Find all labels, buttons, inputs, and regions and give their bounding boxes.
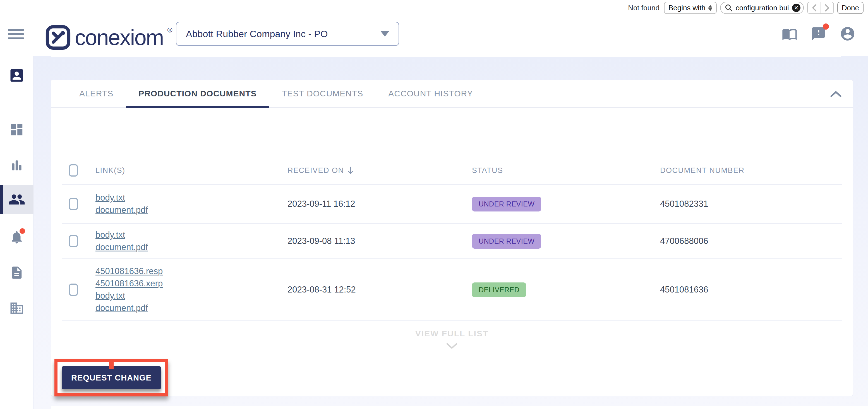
file-link[interactable]: body.txt <box>95 229 125 241</box>
account-box-icon <box>8 67 25 84</box>
tab-alerts[interactable]: ALERTS <box>67 80 126 107</box>
column-header-received-on[interactable]: RECEIVED ON <box>287 166 472 175</box>
people-icon <box>8 191 25 208</box>
dashboard-icon <box>9 122 24 137</box>
select-updown-icon <box>708 5 712 11</box>
table-row: body.txt document.pdf 2023-09-08 11:13 U… <box>62 224 842 259</box>
logo-wordmark: conexiom <box>75 25 163 50</box>
sort-descending-icon[interactable] <box>347 166 354 175</box>
find-match-mode-value: Begins with <box>669 4 706 12</box>
column-header-links[interactable]: LINK(S) <box>95 166 287 175</box>
document-icon <box>9 265 24 280</box>
feedback-icon[interactable] <box>810 26 827 42</box>
column-header-received-on-label: RECEIVED ON <box>287 166 344 175</box>
documentation-book-icon[interactable] <box>781 26 798 42</box>
account-selector-value: Abbott Rubber Company Inc - PO <box>186 29 381 39</box>
documents-table: LINK(S) RECEIVED ON STATUS DOCUMENT NUMB… <box>62 157 842 350</box>
scrolled-card-edge <box>51 56 841 57</box>
row-checkbox[interactable] <box>69 284 78 296</box>
tab-account-history[interactable]: ACCOUNT HISTORY <box>376 80 485 107</box>
sidebar-item-dashboard[interactable] <box>7 120 26 139</box>
row-checkbox[interactable] <box>69 235 78 247</box>
column-header-document-number[interactable]: DOCUMENT NUMBER <box>660 166 842 175</box>
request-change-button[interactable]: REQUEST CHANGE <box>62 366 161 389</box>
status-badge: UNDER REVIEW <box>472 234 541 249</box>
feedback-notification-dot <box>823 24 829 30</box>
file-link[interactable]: body.txt <box>95 290 125 302</box>
collapse-panel-button[interactable] <box>829 87 843 100</box>
find-done-button[interactable]: Done <box>837 2 864 14</box>
header-icon-group <box>781 26 856 42</box>
conexiom-logo-mark-icon <box>45 25 71 50</box>
document-number-value: 4501082331 <box>660 199 842 209</box>
find-match-mode-select[interactable]: Begins with <box>664 2 717 14</box>
document-number-value: 4700688006 <box>660 236 842 246</box>
file-link[interactable]: document.pdf <box>95 204 148 216</box>
find-search-input[interactable]: configuration build ✕ <box>720 2 804 14</box>
sidebar-item-account-box[interactable] <box>7 66 26 85</box>
sidebar-item-documents[interactable] <box>7 263 26 282</box>
building-icon <box>9 301 24 316</box>
search-icon <box>724 4 733 12</box>
file-link[interactable]: 4501081636.resp <box>95 265 163 277</box>
clear-search-icon[interactable]: ✕ <box>792 4 801 12</box>
table-row: body.txt document.pdf 2023-09-11 16:12 U… <box>62 185 842 224</box>
conexiom-logo: conexiom ® <box>45 25 173 50</box>
browser-find-bar: Not found Begins with configuration buil… <box>628 2 864 14</box>
view-full-list: VIEW FULL LIST <box>62 329 842 350</box>
account-selector-dropdown[interactable]: Abbott Rubber Company Inc - PO <box>176 22 399 46</box>
sidebar-item-company[interactable] <box>7 299 26 318</box>
next-card-edge <box>51 406 868 409</box>
menu-icon[interactable] <box>8 29 24 41</box>
request-change-area: REQUEST CHANGE <box>62 366 161 389</box>
row-checkbox[interactable] <box>69 198 78 210</box>
tab-test-documents[interactable]: TEST DOCUMENTS <box>269 80 376 107</box>
received-on-value: 2023-09-11 16:12 <box>287 199 472 209</box>
file-link[interactable]: document.pdf <box>95 241 148 253</box>
chevron-down-icon <box>381 31 389 37</box>
sidebar-item-analytics[interactable] <box>7 156 26 175</box>
find-search-value: configuration build <box>736 4 789 12</box>
received-on-value: 2023-08-31 12:52 <box>287 285 472 295</box>
documents-card: ALERTS PRODUCTION DOCUMENTS TEST DOCUMEN… <box>51 80 853 396</box>
table-row: 4501081636.resp 4501081636.xerp body.txt… <box>62 259 842 321</box>
app-screen: Not found Begins with configuration buil… <box>0 0 868 409</box>
received-on-value: 2023-09-08 11:13 <box>287 236 472 246</box>
registered-trademark: ® <box>167 26 173 34</box>
column-header-status[interactable]: STATUS <box>472 166 660 175</box>
view-full-list-button[interactable]: VIEW FULL LIST <box>415 329 489 338</box>
chevron-down-icon[interactable] <box>446 343 458 350</box>
bar-chart-icon <box>10 158 24 172</box>
document-number-value: 4501081636 <box>660 285 842 295</box>
sidebar-item-customers[interactable] <box>7 190 26 209</box>
file-link[interactable]: 4501081636.xerp <box>95 277 163 290</box>
find-status-text: Not found <box>628 4 659 12</box>
chevron-up-icon <box>830 90 841 97</box>
sidebar-nav <box>0 56 33 409</box>
sidebar-item-notifications[interactable] <box>7 228 26 247</box>
file-link[interactable]: document.pdf <box>95 302 148 314</box>
find-next-button[interactable] <box>820 2 833 13</box>
status-badge: UNDER REVIEW <box>472 197 541 211</box>
file-link[interactable]: body.txt <box>95 192 125 204</box>
select-all-checkbox[interactable] <box>69 164 78 177</box>
main-content: ALERTS PRODUCTION DOCUMENTS TEST DOCUMEN… <box>33 56 868 409</box>
status-badge: DELIVERED <box>472 283 526 297</box>
tab-production-documents[interactable]: PRODUCTION DOCUMENTS <box>126 80 269 107</box>
tab-bar: ALERTS PRODUCTION DOCUMENTS TEST DOCUMEN… <box>51 80 852 108</box>
find-nav-buttons <box>807 2 834 14</box>
find-previous-button[interactable] <box>808 2 820 13</box>
account-avatar-icon[interactable] <box>840 26 856 42</box>
table-header-row: LINK(S) RECEIVED ON STATUS DOCUMENT NUMB… <box>62 157 842 185</box>
notifications-dot <box>20 228 25 234</box>
